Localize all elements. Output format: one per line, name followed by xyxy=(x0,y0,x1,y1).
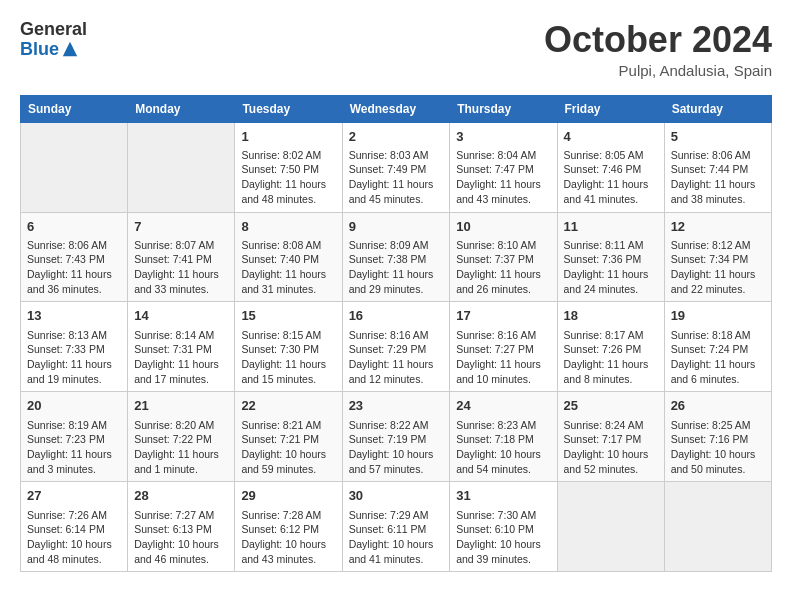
calendar-cell: 24Sunrise: 8:23 AMSunset: 7:18 PMDayligh… xyxy=(450,392,557,482)
daylight-text: Daylight: 11 hours and 45 minutes. xyxy=(349,177,444,206)
sunrise-text: Sunrise: 8:11 AM xyxy=(564,238,658,253)
day-number: 26 xyxy=(671,397,765,415)
daylight-text: Daylight: 11 hours and 24 minutes. xyxy=(564,267,658,296)
day-header-saturday: Saturday xyxy=(664,95,771,122)
sunrise-text: Sunrise: 8:25 AM xyxy=(671,418,765,433)
calendar-cell: 22Sunrise: 8:21 AMSunset: 7:21 PMDayligh… xyxy=(235,392,342,482)
day-number: 16 xyxy=(349,307,444,325)
sunset-text: Sunset: 7:27 PM xyxy=(456,342,550,357)
sunset-text: Sunset: 7:30 PM xyxy=(241,342,335,357)
sunrise-text: Sunrise: 8:16 AM xyxy=(456,328,550,343)
day-header-sunday: Sunday xyxy=(21,95,128,122)
sunset-text: Sunset: 6:13 PM xyxy=(134,522,228,537)
sunset-text: Sunset: 7:46 PM xyxy=(564,162,658,177)
calendar-cell: 2Sunrise: 8:03 AMSunset: 7:49 PMDaylight… xyxy=(342,122,450,212)
day-number: 13 xyxy=(27,307,121,325)
daylight-text: Daylight: 11 hours and 36 minutes. xyxy=(27,267,121,296)
day-number: 19 xyxy=(671,307,765,325)
daylight-text: Daylight: 11 hours and 29 minutes. xyxy=(349,267,444,296)
daylight-text: Daylight: 10 hours and 48 minutes. xyxy=(27,537,121,566)
calendar-cell: 28Sunrise: 7:27 AMSunset: 6:13 PMDayligh… xyxy=(128,482,235,572)
sunset-text: Sunset: 7:26 PM xyxy=(564,342,658,357)
calendar-cell xyxy=(21,122,128,212)
day-number: 29 xyxy=(241,487,335,505)
daylight-text: Daylight: 10 hours and 54 minutes. xyxy=(456,447,550,476)
sunrise-text: Sunrise: 8:12 AM xyxy=(671,238,765,253)
sunset-text: Sunset: 7:21 PM xyxy=(241,432,335,447)
sunrise-text: Sunrise: 8:10 AM xyxy=(456,238,550,253)
calendar-cell: 19Sunrise: 8:18 AMSunset: 7:24 PMDayligh… xyxy=(664,302,771,392)
calendar-cell xyxy=(128,122,235,212)
logo-icon xyxy=(61,40,79,58)
sunset-text: Sunset: 7:33 PM xyxy=(27,342,121,357)
day-number: 28 xyxy=(134,487,228,505)
sunrise-text: Sunrise: 7:28 AM xyxy=(241,508,335,523)
page-header: General Blue October 2024 Pulpi, Andalus… xyxy=(20,20,772,79)
day-header-monday: Monday xyxy=(128,95,235,122)
daylight-text: Daylight: 11 hours and 33 minutes. xyxy=(134,267,228,296)
daylight-text: Daylight: 11 hours and 10 minutes. xyxy=(456,357,550,386)
sunset-text: Sunset: 6:11 PM xyxy=(349,522,444,537)
sunrise-text: Sunrise: 8:14 AM xyxy=(134,328,228,343)
day-number: 10 xyxy=(456,218,550,236)
day-number: 8 xyxy=(241,218,335,236)
calendar-cell: 27Sunrise: 7:26 AMSunset: 6:14 PMDayligh… xyxy=(21,482,128,572)
daylight-text: Daylight: 11 hours and 12 minutes. xyxy=(349,357,444,386)
calendar-cell: 1Sunrise: 8:02 AMSunset: 7:50 PMDaylight… xyxy=(235,122,342,212)
sunrise-text: Sunrise: 8:02 AM xyxy=(241,148,335,163)
sunset-text: Sunset: 7:40 PM xyxy=(241,252,335,267)
logo-blue: Blue xyxy=(20,40,59,60)
sunrise-text: Sunrise: 7:30 AM xyxy=(456,508,550,523)
daylight-text: Daylight: 10 hours and 52 minutes. xyxy=(564,447,658,476)
daylight-text: Daylight: 10 hours and 43 minutes. xyxy=(241,537,335,566)
calendar-cell: 26Sunrise: 8:25 AMSunset: 7:16 PMDayligh… xyxy=(664,392,771,482)
sunrise-text: Sunrise: 8:09 AM xyxy=(349,238,444,253)
sunset-text: Sunset: 6:14 PM xyxy=(27,522,121,537)
calendar-cell: 14Sunrise: 8:14 AMSunset: 7:31 PMDayligh… xyxy=(128,302,235,392)
calendar-week-row: 20Sunrise: 8:19 AMSunset: 7:23 PMDayligh… xyxy=(21,392,772,482)
sunrise-text: Sunrise: 8:03 AM xyxy=(349,148,444,163)
day-number: 24 xyxy=(456,397,550,415)
sunset-text: Sunset: 7:22 PM xyxy=(134,432,228,447)
day-number: 15 xyxy=(241,307,335,325)
day-header-tuesday: Tuesday xyxy=(235,95,342,122)
calendar-cell: 9Sunrise: 8:09 AMSunset: 7:38 PMDaylight… xyxy=(342,212,450,302)
sunrise-text: Sunrise: 8:21 AM xyxy=(241,418,335,433)
daylight-text: Daylight: 10 hours and 57 minutes. xyxy=(349,447,444,476)
calendar-cell: 25Sunrise: 8:24 AMSunset: 7:17 PMDayligh… xyxy=(557,392,664,482)
sunrise-text: Sunrise: 8:23 AM xyxy=(456,418,550,433)
calendar-cell: 31Sunrise: 7:30 AMSunset: 6:10 PMDayligh… xyxy=(450,482,557,572)
day-number: 25 xyxy=(564,397,658,415)
sunset-text: Sunset: 7:31 PM xyxy=(134,342,228,357)
sunset-text: Sunset: 7:47 PM xyxy=(456,162,550,177)
svg-marker-0 xyxy=(63,41,77,55)
day-number: 20 xyxy=(27,397,121,415)
sunset-text: Sunset: 7:41 PM xyxy=(134,252,228,267)
daylight-text: Daylight: 10 hours and 46 minutes. xyxy=(134,537,228,566)
daylight-text: Daylight: 11 hours and 19 minutes. xyxy=(27,357,121,386)
day-number: 17 xyxy=(456,307,550,325)
location: Pulpi, Andalusia, Spain xyxy=(544,62,772,79)
sunset-text: Sunset: 7:23 PM xyxy=(27,432,121,447)
day-number: 9 xyxy=(349,218,444,236)
day-number: 14 xyxy=(134,307,228,325)
day-number: 4 xyxy=(564,128,658,146)
sunrise-text: Sunrise: 8:19 AM xyxy=(27,418,121,433)
sunrise-text: Sunrise: 7:27 AM xyxy=(134,508,228,523)
calendar-cell: 23Sunrise: 8:22 AMSunset: 7:19 PMDayligh… xyxy=(342,392,450,482)
sunrise-text: Sunrise: 8:17 AM xyxy=(564,328,658,343)
daylight-text: Daylight: 11 hours and 26 minutes. xyxy=(456,267,550,296)
calendar-cell: 6Sunrise: 8:06 AMSunset: 7:43 PMDaylight… xyxy=(21,212,128,302)
sunset-text: Sunset: 7:38 PM xyxy=(349,252,444,267)
calendar-cell: 13Sunrise: 8:13 AMSunset: 7:33 PMDayligh… xyxy=(21,302,128,392)
daylight-text: Daylight: 11 hours and 1 minute. xyxy=(134,447,228,476)
logo-general: General xyxy=(20,20,87,40)
calendar-cell: 8Sunrise: 8:08 AMSunset: 7:40 PMDaylight… xyxy=(235,212,342,302)
day-number: 3 xyxy=(456,128,550,146)
calendar-cell: 3Sunrise: 8:04 AMSunset: 7:47 PMDaylight… xyxy=(450,122,557,212)
daylight-text: Daylight: 11 hours and 3 minutes. xyxy=(27,447,121,476)
daylight-text: Daylight: 11 hours and 17 minutes. xyxy=(134,357,228,386)
calendar-cell xyxy=(664,482,771,572)
calendar-cell: 17Sunrise: 8:16 AMSunset: 7:27 PMDayligh… xyxy=(450,302,557,392)
sunrise-text: Sunrise: 8:20 AM xyxy=(134,418,228,433)
